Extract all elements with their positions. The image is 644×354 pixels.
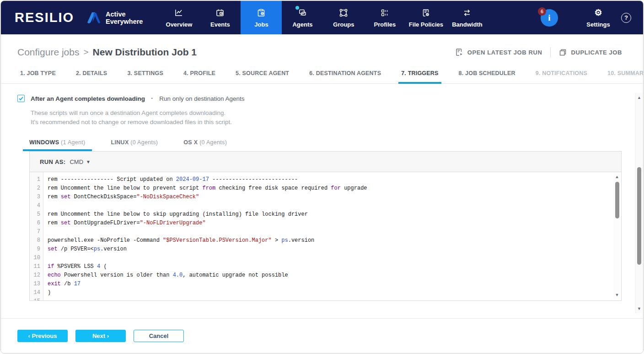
- script-panel: RUN AS: CMD ▼ 123456789101112131415 rem …: [29, 151, 622, 301]
- step-job-scheduler[interactable]: 8. JOB SCHEDULER: [459, 70, 515, 83]
- info-icon: i: [548, 13, 550, 23]
- tab-osx[interactable]: OS X (0 Agents): [183, 139, 227, 151]
- open-run-icon: [455, 48, 463, 56]
- open-latest-job-run-button[interactable]: OPEN LATEST JOB RUN: [455, 48, 542, 56]
- help-button[interactable]: ?: [621, 13, 631, 23]
- chevron-down-icon: ▼: [86, 159, 91, 164]
- nav-item-agents[interactable]: Agents: [282, 1, 323, 34]
- step-summary: 10. SUMMARY: [607, 70, 644, 83]
- tab-osx-count: (0 Agents): [199, 139, 227, 146]
- nav-label: Events: [210, 21, 230, 28]
- page-title: New Distribution Job 1: [93, 47, 197, 58]
- editor-scrollbar[interactable]: ▲ ▼: [614, 173, 620, 299]
- nav-label: Jobs: [254, 21, 268, 28]
- nav-label: Overview: [166, 21, 193, 28]
- nav-label: Bandwidth: [452, 21, 482, 28]
- notification-badge: 6: [538, 7, 546, 16]
- duplicate-icon: [559, 49, 567, 56]
- wizard-steps: 1. JOB TYPE 2. DETAILS 3. SETTINGS 4. PR…: [1, 70, 643, 84]
- clipboard-gear-icon: [256, 8, 266, 18]
- tab-windows-label: WINDOWS: [29, 139, 59, 146]
- product-name: Active Everywhere: [106, 11, 143, 25]
- page-scroll-up-icon[interactable]: ▲: [636, 95, 643, 100]
- tab-linux[interactable]: LINUX (0 Agents): [111, 139, 158, 151]
- step-notifications: 9. NOTIFICATIONS: [536, 70, 587, 83]
- devices-icon: [297, 8, 307, 18]
- chart-line-icon: [174, 8, 184, 18]
- transfer-arrows-icon: [462, 8, 472, 18]
- nav-label: Groups: [333, 21, 354, 28]
- scroll-up-icon[interactable]: ▲: [614, 174, 620, 179]
- hint-line-1: These scripts will run once a destinatio…: [31, 109, 643, 118]
- open-run-label: OPEN LATEST JOB RUN: [467, 49, 542, 56]
- editor-scrollbar-thumb[interactable]: [615, 182, 619, 218]
- nav-label: Profiles: [374, 21, 396, 28]
- main-nav: Overview Events: [158, 1, 488, 34]
- page-scrollbar[interactable]: ▲ ▼: [635, 93, 643, 313]
- resilio-logo: RESILIO: [1, 10, 74, 25]
- tab-windows[interactable]: WINDOWS (1 Agent): [29, 139, 86, 151]
- breadcrumb-separator: >: [83, 47, 88, 57]
- breadcrumb-row: Configure jobs > New Distribution Job 1 …: [1, 34, 643, 58]
- active-everywhere-logo: Active Everywhere: [86, 1, 143, 34]
- tab-windows-count: (1 Agent): [61, 139, 85, 146]
- step-job-type[interactable]: 1. JOB TYPE: [20, 70, 56, 83]
- trigger-subtitle: Run only on destination Agents: [159, 95, 244, 102]
- step-profile[interactable]: 4. PROFILE: [183, 70, 215, 83]
- wizard-footer: ‹ Previous Next › Cancel: [1, 318, 643, 353]
- code-editor[interactable]: 123456789101112131415 rem --------------…: [30, 172, 621, 300]
- nav-item-settings[interactable]: ⚙ Settings: [580, 8, 617, 28]
- code-lines[interactable]: rem ---------------- Script updated on 2…: [43, 172, 367, 300]
- gear-icon: ⚙: [593, 8, 603, 18]
- run-as-bar: RUN AS: CMD ▼: [30, 152, 621, 172]
- group-frame-icon: [338, 8, 349, 18]
- trigger-hints: These scripts will run once a destinatio…: [31, 109, 643, 127]
- hint-line-2: It's recommended not to change or remove…: [31, 118, 643, 127]
- nav-item-bandwidth[interactable]: Bandwidth: [446, 1, 488, 34]
- step-settings[interactable]: 3. SETTINGS: [127, 70, 163, 83]
- top-navbar: RESILIO Active Everywhere Overvi: [1, 1, 643, 34]
- page-scrollbar-thumb[interactable]: [637, 167, 641, 265]
- nav-label: Settings: [586, 21, 610, 28]
- nav-label: File Policies: [409, 21, 443, 28]
- run-as-dropdown[interactable]: CMD ▼: [70, 158, 91, 165]
- nav-label: Agents: [292, 21, 312, 28]
- question-icon: ?: [624, 14, 628, 21]
- tab-linux-label: LINUX: [111, 139, 129, 146]
- tab-osx-label: OS X: [183, 139, 198, 146]
- navbar-right: i 6 ⚙ Settings ?: [541, 1, 643, 34]
- file-policy-icon: [421, 8, 431, 18]
- agents-status-dot: [295, 6, 299, 10]
- nav-item-overview[interactable]: Overview: [158, 1, 199, 34]
- nav-item-file-policies[interactable]: File Policies: [405, 1, 446, 34]
- step-details[interactable]: 2. DETAILS: [76, 70, 107, 83]
- line-number-gutter: 123456789101112131415: [30, 172, 43, 300]
- next-button[interactable]: Next ›: [75, 330, 126, 342]
- nav-item-events[interactable]: Events: [199, 1, 241, 34]
- nav-item-groups[interactable]: Groups: [323, 1, 364, 34]
- page-scroll-down-icon[interactable]: ▼: [636, 306, 643, 311]
- duplicate-job-button[interactable]: DUPLICATE JOB: [559, 49, 622, 56]
- os-tabs: WINDOWS (1 Agent) LINUX (0 Agents) OS X …: [29, 139, 643, 151]
- breadcrumb[interactable]: Configure jobs: [17, 47, 79, 58]
- app-window: RESILIO Active Everywhere Overvi: [0, 0, 644, 354]
- cancel-button[interactable]: Cancel: [134, 330, 184, 342]
- step-triggers[interactable]: 7. TRIGGERS: [401, 70, 438, 83]
- previous-button[interactable]: ‹ Previous: [17, 330, 68, 342]
- profiles-list-icon: [380, 8, 390, 18]
- trigger-dot: ·: [151, 94, 153, 103]
- duplicate-label: DUPLICATE JOB: [571, 49, 622, 56]
- after-download-checkbox[interactable]: [17, 95, 25, 102]
- step-source-agent[interactable]: 5. SOURCE AGENT: [236, 70, 289, 83]
- step-destination-agents[interactable]: 6. DESTINATION AGENTS: [309, 70, 381, 83]
- actions-divider: [550, 47, 551, 57]
- trigger-title: After an Agent completes downloading: [31, 95, 145, 102]
- nav-item-jobs[interactable]: Jobs: [241, 1, 282, 34]
- triggers-content: After an Agent completes downloading · R…: [1, 94, 643, 301]
- run-as-label: RUN AS:: [40, 158, 65, 165]
- calendar-icon: [215, 8, 225, 18]
- run-as-value: CMD: [70, 158, 83, 165]
- active-everywhere-mark-icon: [86, 11, 102, 25]
- scroll-down-icon[interactable]: ▼: [614, 293, 620, 297]
- nav-item-profiles[interactable]: Profiles: [364, 1, 405, 34]
